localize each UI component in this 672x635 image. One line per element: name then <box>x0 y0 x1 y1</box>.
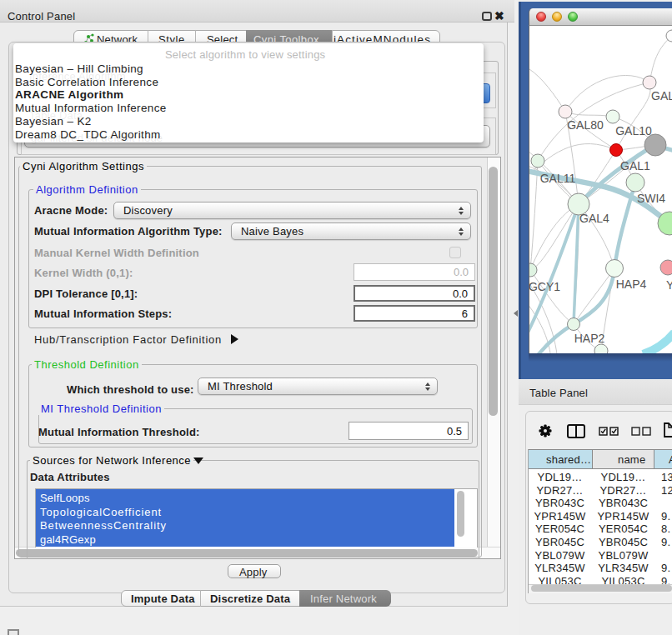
svg-text:SWI4: SWI4 <box>637 192 665 205</box>
svg-text:GAL1: GAL1 <box>620 159 650 172</box>
svg-text:HAP4: HAP4 <box>616 278 647 291</box>
svg-text:GAL4: GAL4 <box>579 212 609 225</box>
svg-text:GAL80: GAL80 <box>567 118 604 132</box>
svg-text:GAL2: GAL2 <box>651 89 672 102</box>
svg-text:HAP2: HAP2 <box>574 332 605 345</box>
svg-text:GAL10: GAL10 <box>615 124 652 138</box>
svg-text:Y: Y <box>666 278 672 292</box>
svg-text:GCY1: GCY1 <box>529 280 560 293</box>
svg-text:GAL11: GAL11 <box>540 172 576 185</box>
